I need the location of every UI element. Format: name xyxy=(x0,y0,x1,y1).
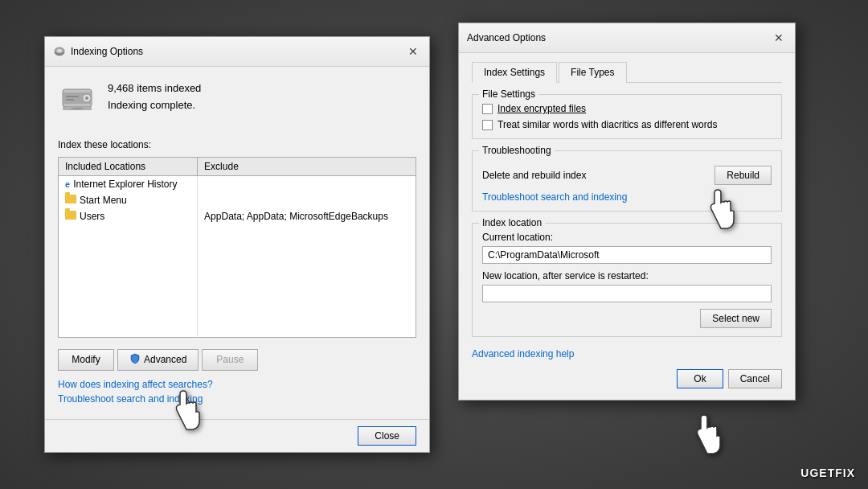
select-new-row: Select new xyxy=(482,309,772,328)
advanced-btn-label: Advanced xyxy=(144,354,186,365)
ie-icon: e xyxy=(65,179,70,189)
advanced-close-x-button[interactable]: ✕ xyxy=(771,30,787,46)
ok-button[interactable]: Ok xyxy=(677,369,723,388)
pause-button[interactable]: Pause xyxy=(202,349,258,371)
col-exclude: Exclude xyxy=(198,158,416,176)
advanced-indexing-help-link[interactable]: Advanced indexing help xyxy=(472,348,574,360)
hdd-illustration xyxy=(58,78,96,117)
users-label: Users xyxy=(80,211,104,222)
tab-index-settings-label: Index Settings xyxy=(484,67,545,78)
shield-icon xyxy=(129,353,141,367)
encrypt-checkbox[interactable] xyxy=(482,104,493,114)
locations-table: Included Locations Exclude e Internet Ex… xyxy=(58,157,416,338)
advanced-footer: Ok Cancel xyxy=(472,369,782,388)
startmenu-label: Start Menu xyxy=(80,195,127,206)
advanced-footer-links: Advanced indexing help xyxy=(472,348,782,360)
locations-section-label: Index these locations: xyxy=(58,139,416,150)
watermark: UGETFIX xyxy=(800,466,855,479)
current-location-label: Current location: xyxy=(482,232,772,243)
links-section: How does indexing affect searches? Troub… xyxy=(58,379,416,405)
table-row: Start Menu xyxy=(59,192,416,208)
troubleshooting-section: Troubleshooting Delete and rebuild index… xyxy=(472,150,782,212)
indexing-footer: Close xyxy=(45,419,429,452)
users-exclude: AppData; AppData; MicrosoftEdgeBackups xyxy=(198,208,416,224)
index-location-title: Index location xyxy=(479,217,545,228)
checkbox-row-encrypted: Index encrypted files xyxy=(482,103,772,114)
index-location-section: Index location Current location: New loc… xyxy=(472,223,782,337)
footer-buttons: Ok Cancel xyxy=(677,369,782,388)
file-settings-section: File Settings Index encrypted files Trea… xyxy=(472,94,782,139)
folder-icon xyxy=(65,211,76,222)
current-location-input[interactable] xyxy=(482,246,772,264)
col-included: Included Locations xyxy=(59,158,198,176)
troubleshoot-search-link[interactable]: Troubleshoot search and indexing xyxy=(482,191,772,203)
indexing-close-x-button[interactable]: ✕ xyxy=(405,43,421,60)
svg-rect-8 xyxy=(66,99,74,101)
tab-bar: Index Settings File Types xyxy=(472,61,782,83)
cursor-hand-ok xyxy=(690,410,730,458)
close-dialog-button[interactable]: Close xyxy=(358,426,416,446)
diacritics-checkbox[interactable] xyxy=(482,120,493,130)
advanced-titlebar: Advanced Options ✕ xyxy=(459,23,795,53)
indexing-stats: 9,468 items indexed Indexing complete. xyxy=(108,80,201,114)
advanced-body: Index Settings File Types File Settings … xyxy=(459,53,795,400)
rebuild-button[interactable]: Rebuild xyxy=(714,166,772,185)
svg-point-10 xyxy=(71,108,84,110)
checkbox-row-diacritics: Treat similar words with diacritics as d… xyxy=(482,119,772,130)
action-buttons-row: Modify Advanced Pause xyxy=(58,349,416,371)
tab-index-settings[interactable]: Index Settings xyxy=(472,62,557,83)
ie-exclude xyxy=(198,176,416,193)
cancel-button[interactable]: Cancel xyxy=(728,369,782,388)
encrypt-label: Index encrypted files xyxy=(497,103,586,114)
troubleshoot-link[interactable]: Troubleshoot search and indexing xyxy=(58,393,416,405)
table-row: Users AppData; AppData; MicrosoftEdgeBac… xyxy=(59,208,416,224)
diacritics-label: Treat similar words with diacritics as d… xyxy=(497,119,717,130)
indexing-title-icon xyxy=(53,45,66,58)
troubleshooting-title: Troubleshooting xyxy=(479,145,555,156)
locations-tbody: e Internet Explorer History Start Menu xyxy=(59,176,416,338)
startmenu-exclude xyxy=(198,192,416,208)
new-location-section: New location, after service is restarted… xyxy=(482,270,772,302)
indexing-options-dialog: Indexing Options ✕ 9,468 items indexed xyxy=(44,36,430,453)
indexing-title-text: Indexing Options xyxy=(71,46,143,57)
svg-point-6 xyxy=(85,97,88,100)
tab-file-types[interactable]: File Types xyxy=(559,62,626,83)
delete-rebuild-label: Delete and rebuild index xyxy=(482,170,586,181)
advanced-button[interactable]: Advanced xyxy=(117,349,199,371)
modify-button[interactable]: Modify xyxy=(58,349,114,371)
new-location-input[interactable] xyxy=(482,285,772,302)
new-location-label: New location, after service is restarted… xyxy=(482,270,772,281)
btn-group: Modify Advanced Pause xyxy=(58,349,258,371)
advanced-options-dialog: Advanced Options ✕ Index Settings File T… xyxy=(458,23,796,401)
folder-icon xyxy=(65,195,76,206)
indexing-header: 9,468 items indexed Indexing complete. xyxy=(58,78,416,126)
current-location-section: Current location: xyxy=(482,232,772,264)
troubleshoot-row: Delete and rebuild index Rebuild xyxy=(482,166,772,185)
svg-rect-7 xyxy=(66,96,79,97)
indexing-affect-link[interactable]: How does indexing affect searches? xyxy=(58,379,416,390)
file-settings-title: File Settings xyxy=(479,88,538,100)
stats-count: 9,468 items indexed xyxy=(108,80,201,97)
select-new-button[interactable]: Select new xyxy=(700,309,772,328)
svg-point-2 xyxy=(57,49,62,52)
tab-file-types-label: File Types xyxy=(571,67,614,78)
indexing-titlebar: Indexing Options ✕ xyxy=(45,37,429,67)
table-row: e Internet Explorer History xyxy=(59,176,416,193)
stats-status: Indexing complete. xyxy=(108,97,201,114)
ie-history-label: Internet Explorer History xyxy=(73,179,177,190)
advanced-title-text: Advanced Options xyxy=(467,32,546,43)
